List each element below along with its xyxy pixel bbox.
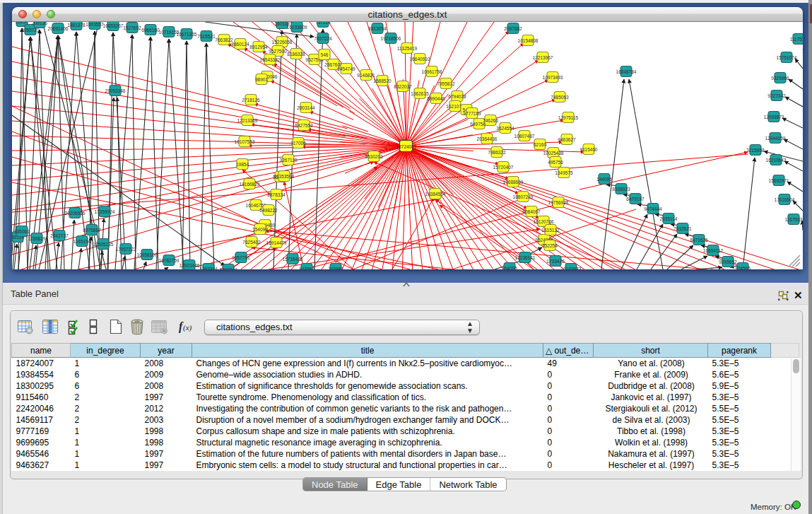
svg-text:10025438: 10025438 (543, 151, 564, 156)
svg-text:19384554: 19384554 (425, 192, 446, 197)
svg-text:1145194: 1145194 (73, 239, 91, 244)
svg-text:8471626: 8471626 (690, 238, 708, 243)
svg-text:8186328: 8186328 (287, 52, 305, 57)
svg-text:12093873: 12093873 (764, 115, 784, 119)
svg-text:18807249: 18807249 (513, 194, 534, 199)
svg-text:16033809: 16033809 (287, 25, 307, 30)
svg-text:144095: 144095 (596, 177, 612, 182)
svg-text:209136: 209136 (32, 22, 47, 25)
svg-text:154099: 154099 (252, 227, 268, 232)
svg-text:9463627: 9463627 (558, 137, 576, 142)
svg-text:3624554: 3624554 (496, 126, 514, 131)
svg-text:1292344: 1292344 (219, 267, 237, 270)
svg-text:3267110: 3267110 (280, 158, 298, 163)
svg-text:16154808: 16154808 (518, 38, 539, 43)
svg-text:8990448: 8990448 (427, 96, 445, 101)
svg-text:9657791: 9657791 (232, 255, 250, 260)
svg-text:10107553: 10107553 (235, 139, 255, 144)
svg-text:12444159: 12444159 (765, 136, 786, 141)
svg-text:252254: 252254 (542, 243, 558, 248)
svg-text:1527602: 1527602 (123, 25, 141, 30)
svg-text:2718126: 2718126 (242, 98, 260, 103)
svg-text:15692971: 15692971 (769, 178, 789, 183)
svg-text:16120746: 16120746 (534, 219, 554, 224)
svg-text:1362615: 1362615 (411, 91, 429, 96)
svg-text:9329966: 9329966 (771, 76, 789, 81)
svg-text:15716485: 15716485 (283, 257, 303, 262)
svg-text:20364436: 20364436 (477, 136, 498, 141)
svg-text:29053346: 29053346 (105, 88, 126, 93)
svg-text:546: 546 (321, 52, 329, 57)
svg-text:1733426: 1733426 (546, 259, 565, 264)
svg-text:1292344: 1292344 (199, 267, 218, 270)
svg-text:1615132: 1615132 (541, 228, 560, 233)
svg-text:9115460: 9115460 (580, 147, 598, 152)
svg-text:943562: 943562 (299, 267, 314, 270)
svg-text:7485063: 7485063 (551, 95, 569, 100)
svg-text:(x): (x) (183, 323, 192, 332)
svg-text:1881378: 1881378 (67, 23, 86, 28)
svg-text:20206536: 20206536 (65, 211, 86, 216)
svg-text:7986322: 7986322 (488, 150, 506, 155)
svg-text:12923446: 12923446 (180, 263, 200, 268)
svg-text:5498222: 5498222 (259, 208, 278, 213)
svg-text:6794028: 6794028 (448, 94, 466, 99)
svg-text:16237: 16237 (16, 22, 28, 24)
svg-text:16782759: 16782759 (159, 258, 180, 263)
svg-text:7663822: 7663822 (215, 37, 233, 42)
svg-text:2942737: 2942737 (50, 233, 69, 238)
svg-text:15720407: 15720407 (493, 165, 514, 170)
svg-text:102983: 102983 (328, 267, 343, 270)
svg-text:7632621: 7632621 (673, 226, 692, 231)
svg-text:9474444: 9474444 (644, 206, 662, 211)
svg-text:11353594: 11353594 (274, 174, 295, 179)
svg-text:15226058: 15226058 (272, 40, 293, 45)
svg-text:98901: 98901 (255, 77, 268, 82)
svg-text:19218506: 19218506 (381, 36, 401, 41)
svg-text:757224: 757224 (315, 22, 331, 25)
svg-text:9146821: 9146821 (357, 73, 375, 78)
svg-text:19166829: 19166829 (240, 182, 260, 187)
svg-text:15751074: 15751074 (777, 55, 797, 60)
svg-text:12975115: 12975115 (558, 115, 579, 120)
svg-text:16671355: 16671355 (177, 32, 197, 37)
svg-text:495756: 495756 (548, 160, 563, 165)
svg-text:3215958: 3215958 (746, 148, 765, 153)
svg-text:9245652: 9245652 (719, 259, 737, 264)
svg-text:1167533: 1167533 (785, 217, 803, 222)
svg-text:10102983: 10102983 (561, 267, 582, 270)
svg-text:7857224: 7857224 (314, 36, 332, 41)
svg-text:11325419: 11325419 (397, 46, 418, 51)
svg-text:16210643: 16210643 (766, 158, 787, 163)
svg-text:9777169: 9777169 (463, 111, 481, 116)
svg-text:924565: 924565 (735, 266, 751, 270)
svg-text:16848784: 16848784 (616, 69, 637, 74)
svg-text:10688609: 10688609 (503, 180, 524, 185)
svg-text:8938923: 8938923 (612, 187, 630, 192)
svg-text:10958107: 10958107 (137, 252, 158, 257)
svg-text:7955812: 7955812 (437, 81, 455, 86)
svg-text:17359924: 17359924 (95, 209, 115, 214)
svg-text:20691406: 20691406 (48, 26, 69, 31)
svg-text:19854: 19854 (236, 162, 249, 167)
svg-text:8912954: 8912954 (249, 45, 268, 49)
svg-text:14136141: 14136141 (515, 255, 536, 260)
svg-text:1156829: 1156829 (28, 236, 46, 241)
svg-text:335061: 335061 (14, 229, 30, 234)
svg-text:1117533: 1117533 (790, 37, 803, 42)
svg-text:12505135: 12505135 (93, 242, 114, 247)
svg-text:8878334: 8878334 (267, 192, 286, 197)
svg-text:917006: 917006 (290, 141, 306, 146)
svg-text:8975867: 8975867 (83, 228, 101, 233)
svg-text:16914479: 16914479 (266, 240, 287, 245)
svg-text:18724007: 18724007 (396, 144, 417, 149)
svg-text:164095: 164095 (502, 266, 517, 270)
svg-text:19756928: 19756928 (548, 200, 569, 205)
svg-text:2935114: 2935114 (660, 216, 678, 221)
svg-text:12213369: 12213369 (237, 118, 258, 123)
svg-text:16640910: 16640910 (410, 57, 430, 62)
svg-text:2530203: 2530203 (365, 154, 383, 159)
svg-text:17016504: 17016504 (775, 197, 795, 202)
svg-text:8322037: 8322037 (394, 84, 412, 89)
svg-text:8813054: 8813054 (368, 26, 387, 31)
